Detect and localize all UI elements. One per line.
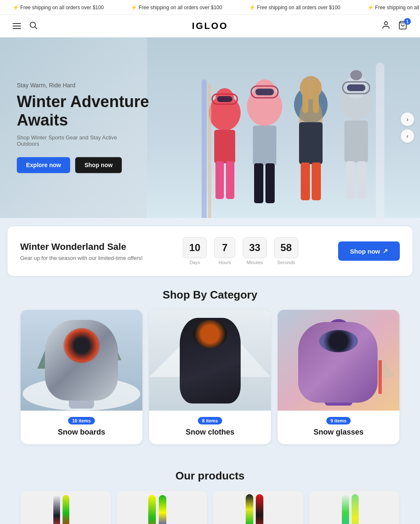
svg-rect-85: [352, 494, 359, 524]
clothes-image: [149, 310, 271, 411]
shop-now-hero-button[interactable]: Shop now: [75, 157, 122, 173]
countdown: 10 Days 7 Hours 33 Minutes 58 Seconds: [183, 237, 298, 265]
svg-rect-79: [159, 495, 166, 524]
svg-rect-11: [226, 161, 234, 199]
products-section-title: Our products: [8, 469, 412, 482]
search-icon[interactable]: [29, 21, 38, 31]
product-card-2[interactable]: [117, 491, 207, 524]
svg-point-46: [72, 335, 91, 343]
svg-point-67: [326, 320, 351, 346]
hero-navigation: › ‹: [401, 113, 414, 143]
svg-rect-30: [347, 84, 365, 91]
svg-line-1: [35, 27, 37, 29]
svg-rect-9: [214, 130, 235, 163]
svg-rect-70: [323, 329, 354, 344]
explore-now-button[interactable]: Explore now: [17, 157, 70, 173]
svg-point-0: [30, 22, 36, 28]
announcement-text: ⚡ Free shipping on all orders over $100 …: [0, 3, 420, 11]
sale-info: Winter Wonderland Sale Gear up for the s…: [20, 241, 143, 261]
product-card-4[interactable]: [309, 491, 399, 524]
sale-banner: Winter Wonderland Sale Gear up for the s…: [8, 226, 412, 276]
user-icon[interactable]: [381, 21, 391, 31]
svg-rect-18: [265, 163, 275, 203]
svg-rect-65: [378, 360, 382, 394]
svg-point-61: [181, 359, 193, 369]
category-card-glasses[interactable]: 9 items Snow glasses: [278, 310, 399, 444]
svg-rect-22: [302, 79, 308, 113]
svg-rect-36: [208, 84, 211, 218]
svg-rect-7: [217, 96, 232, 102]
snowboards-name: Snow boards: [27, 428, 136, 437]
hero-title: Winter Adventure Awaits: [17, 93, 151, 129]
svg-point-55: [198, 320, 222, 346]
svg-point-66: [315, 325, 362, 375]
svg-rect-69: [327, 332, 350, 341]
hero-image: [147, 37, 420, 218]
svg-rect-10: [215, 161, 224, 199]
sale-title: Winter Wonderland Sale: [20, 241, 143, 252]
svg-rect-48: [69, 373, 94, 409]
site-logo[interactable]: IGLOO: [192, 21, 228, 31]
svg-rect-37: [376, 63, 384, 218]
svg-rect-50: [90, 354, 111, 360]
svg-rect-17: [254, 163, 263, 203]
svg-rect-76: [63, 495, 69, 524]
svg-rect-34: [357, 161, 366, 199]
product-card-3[interactable]: [213, 491, 303, 524]
svg-rect-78: [148, 495, 156, 524]
svg-point-71: [306, 331, 325, 348]
svg-rect-33: [346, 161, 355, 199]
countdown-minutes: 33 Minutes: [243, 237, 267, 265]
hero-next-arrow[interactable]: ›: [401, 113, 414, 126]
header-left: [13, 21, 38, 31]
countdown-hours: 7 Hours: [214, 237, 235, 265]
svg-rect-59: [214, 352, 218, 381]
svg-rect-73: [325, 372, 352, 406]
product-image-2: [117, 491, 207, 524]
countdown-days: 10 Days: [183, 237, 207, 265]
svg-rect-58: [202, 352, 206, 381]
svg-rect-60: [191, 343, 210, 373]
svg-point-2: [384, 22, 387, 25]
svg-rect-26: [312, 162, 321, 200]
product-image-4: [309, 491, 399, 524]
svg-rect-57: [196, 329, 224, 342]
countdown-seconds: 58 Seconds: [274, 237, 298, 265]
svg-rect-35: [202, 79, 207, 218]
product-card-1[interactable]: [21, 491, 111, 524]
svg-rect-23: [313, 79, 319, 113]
svg-rect-82: [256, 494, 263, 524]
snowboards-label: 10 items Snow boards: [21, 411, 142, 444]
category-card-snowboards[interactable]: 10 items Snow boards: [21, 310, 142, 444]
categories-grid: 10 items Snow boards: [0, 310, 420, 444]
svg-rect-45: [73, 336, 90, 343]
categories-section-title: Shop By Category: [0, 288, 420, 301]
svg-point-54: [188, 325, 232, 375]
svg-point-43: [60, 329, 102, 375]
svg-rect-25: [301, 162, 310, 200]
category-card-clothes[interactable]: 8 items Snow clothes: [149, 310, 271, 444]
svg-rect-16: [253, 126, 276, 165]
clothes-badge: 8 items: [198, 417, 222, 424]
sale-shop-now-button[interactable]: Shop now ↗: [338, 241, 400, 261]
svg-point-72: [352, 331, 371, 348]
glasses-badge: 9 items: [326, 417, 351, 424]
products-grid: [8, 491, 412, 524]
menu-icon[interactable]: [13, 23, 21, 29]
svg-rect-24: [299, 122, 323, 164]
announcement-bar: ⚡ Free shipping on all orders over $100 …: [0, 0, 420, 15]
product-image-3: [213, 491, 303, 524]
clothes-name: Snow clothes: [156, 428, 264, 437]
snowboards-image: [21, 310, 142, 411]
hero-prev-arrow[interactable]: ‹: [401, 129, 414, 143]
glasses-image: [278, 310, 399, 411]
svg-rect-32: [344, 121, 368, 162]
products-section: Our products: [0, 444, 420, 524]
sale-subtitle: Gear up for the season with our limited-…: [20, 255, 143, 261]
cart-button[interactable]: 1: [398, 21, 407, 31]
header-right: 1: [381, 21, 407, 31]
svg-marker-39: [46, 335, 63, 364]
svg-rect-84: [342, 494, 349, 524]
svg-rect-47: [74, 341, 89, 351]
product-image-1: [21, 491, 111, 524]
